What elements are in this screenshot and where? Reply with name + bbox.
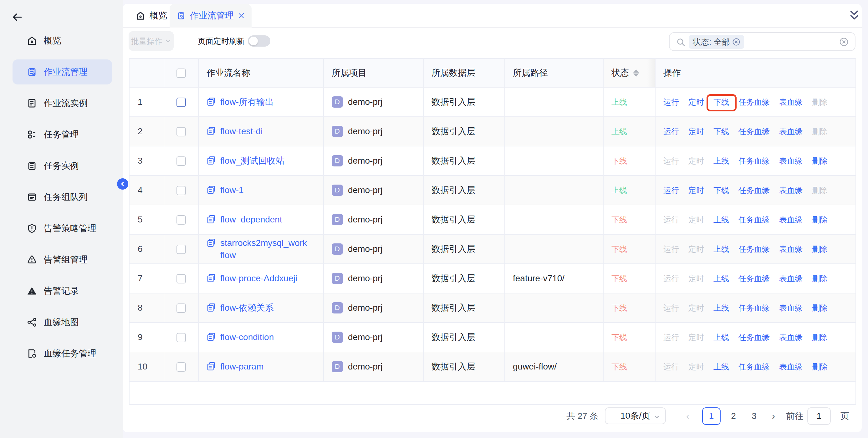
row-checkbox[interactable] bbox=[177, 362, 186, 372]
op-5[interactable]: 表血缘 bbox=[779, 97, 803, 107]
op-3[interactable]: 上线 bbox=[713, 303, 729, 313]
op-4[interactable]: 任务血缘 bbox=[739, 185, 770, 195]
op-3[interactable]: 上线 bbox=[713, 156, 729, 166]
back-icon[interactable] bbox=[12, 12, 23, 23]
sort-asc-icon[interactable] bbox=[633, 69, 639, 72]
goto-page-input[interactable]: 1 bbox=[807, 407, 831, 425]
op-5[interactable]: 表血缘 bbox=[779, 362, 803, 372]
op-3[interactable]: 上线 bbox=[713, 274, 729, 284]
op-1[interactable]: 运行 bbox=[663, 185, 679, 195]
op-3[interactable]: 上线 bbox=[713, 244, 729, 254]
op-4[interactable]: 任务血缘 bbox=[739, 126, 770, 137]
op-1[interactable]: 运行 bbox=[663, 126, 679, 137]
sidebar-item-alert-policy[interactable]: 告警策略管理 bbox=[12, 216, 112, 241]
row-checkbox[interactable] bbox=[177, 186, 186, 195]
tab-close-icon[interactable] bbox=[238, 12, 244, 19]
header-status[interactable]: 状态 bbox=[603, 59, 655, 87]
status-filter-tag[interactable]: 状态: 全部 bbox=[689, 35, 744, 49]
op-4[interactable]: 任务血缘 bbox=[739, 274, 770, 284]
op-5[interactable]: 表血缘 bbox=[779, 274, 803, 284]
sidebar-item-task-manage[interactable]: 任务管理 bbox=[12, 122, 112, 147]
workflow-name-link[interactable]: flow-condition bbox=[220, 331, 274, 343]
next-page-button[interactable]: › bbox=[769, 407, 778, 425]
sidebar-collapse-button[interactable] bbox=[117, 178, 128, 190]
op-4[interactable]: 任务血缘 bbox=[739, 156, 770, 166]
op-2[interactable]: 定时 bbox=[688, 97, 704, 107]
op-4[interactable]: 任务血缘 bbox=[739, 97, 770, 107]
sidebar-item-lineage-task[interactable]: 血缘任务管理 bbox=[12, 341, 112, 366]
page-size-select[interactable]: 10条/页 bbox=[605, 407, 666, 424]
op-4[interactable]: 任务血缘 bbox=[739, 332, 770, 343]
sidebar-item-overview[interactable]: 概览 bbox=[12, 28, 112, 53]
row-checkbox[interactable] bbox=[177, 274, 186, 283]
workflow-name-link[interactable]: flow_测试回收站 bbox=[220, 155, 284, 167]
op-5[interactable]: 表血缘 bbox=[779, 303, 803, 313]
op-2: 定时 bbox=[688, 156, 704, 166]
tag-remove-icon[interactable] bbox=[732, 38, 740, 46]
sidebar-item-task-queue[interactable]: 任务组队列 bbox=[12, 185, 112, 210]
batch-actions-button[interactable]: 批量操作 bbox=[129, 31, 174, 51]
op-2[interactable]: 定时 bbox=[688, 126, 704, 137]
op-6[interactable]: 删除 bbox=[812, 156, 828, 166]
workflow-name-link[interactable]: flow-依赖关系 bbox=[220, 302, 274, 314]
workflow-name-link[interactable]: flow-proce-Addxueji bbox=[220, 272, 297, 284]
op-3[interactable]: 下线 bbox=[713, 97, 729, 107]
op-6[interactable]: 删除 bbox=[812, 274, 828, 284]
op-5[interactable]: 表血缘 bbox=[779, 215, 803, 225]
prev-page-button[interactable]: ‹ bbox=[683, 407, 693, 425]
row-checkbox[interactable] bbox=[177, 127, 186, 136]
op-3[interactable]: 上线 bbox=[713, 362, 729, 372]
op-4[interactable]: 任务血缘 bbox=[739, 303, 770, 313]
op-6[interactable]: 删除 bbox=[812, 303, 828, 313]
workflow-name-link[interactable]: flow-param bbox=[220, 361, 264, 373]
tab-overview[interactable]: 概览 bbox=[136, 4, 167, 28]
row-checkbox[interactable] bbox=[177, 215, 186, 225]
sort-icons[interactable] bbox=[633, 69, 639, 77]
op-3[interactable]: 下线 bbox=[713, 185, 729, 195]
op-3[interactable]: 上线 bbox=[713, 332, 729, 343]
workflow-name-link[interactable]: flow-1 bbox=[220, 184, 244, 196]
sidebar-item-task-instance[interactable]: 任务实例 bbox=[12, 153, 112, 178]
op-5[interactable]: 表血缘 bbox=[779, 332, 803, 343]
page-button-3[interactable]: 3 bbox=[745, 407, 763, 425]
op-4[interactable]: 任务血缘 bbox=[739, 362, 770, 372]
row-checkbox[interactable] bbox=[177, 98, 186, 107]
sidebar-item-alert-record[interactable]: 告警记录 bbox=[12, 278, 112, 304]
workflow-name-link[interactable]: starrocks2mysql_workflow bbox=[220, 237, 308, 261]
op-6[interactable]: 删除 bbox=[812, 332, 828, 343]
workflow-name-link[interactable]: flow_dependent bbox=[220, 213, 282, 226]
op-6[interactable]: 删除 bbox=[812, 215, 828, 225]
row-checkbox[interactable] bbox=[177, 245, 186, 254]
sidebar-item-workflow-instance[interactable]: 作业流实例 bbox=[12, 91, 112, 116]
op-1[interactable]: 运行 bbox=[663, 97, 679, 107]
page-button-1[interactable]: 1 bbox=[702, 407, 721, 425]
sidebar-item-alert-group[interactable]: 告警组管理 bbox=[12, 247, 112, 272]
auto-refresh-toggle[interactable] bbox=[248, 35, 270, 46]
op-5[interactable]: 表血缘 bbox=[779, 185, 803, 195]
row-checkbox[interactable] bbox=[177, 156, 186, 166]
op-6[interactable]: 删除 bbox=[812, 362, 828, 372]
sort-desc-icon[interactable] bbox=[633, 73, 639, 77]
op-5[interactable]: 表血缘 bbox=[779, 244, 803, 254]
page-button-2[interactable]: 2 bbox=[725, 407, 742, 425]
op-2[interactable]: 定时 bbox=[688, 185, 704, 195]
workflow-name-link[interactable]: flow-所有输出 bbox=[220, 96, 274, 108]
op-3[interactable]: 下线 bbox=[713, 126, 729, 137]
sidebar-item-lineage-map[interactable]: 血缘地图 bbox=[12, 310, 112, 335]
workflow-name-link[interactable]: flow-test-di bbox=[220, 125, 262, 137]
select-all-checkbox[interactable] bbox=[177, 68, 186, 78]
row-checkbox[interactable] bbox=[177, 304, 186, 313]
op-4[interactable]: 任务血缘 bbox=[739, 215, 770, 225]
search-icon bbox=[677, 38, 685, 46]
collapse-all-tabs-button[interactable] bbox=[847, 4, 862, 27]
sidebar-item-workflow-manage[interactable]: 作业流管理 bbox=[12, 59, 112, 85]
search-box[interactable]: 状态: 全部 bbox=[669, 32, 856, 51]
op-5[interactable]: 表血缘 bbox=[779, 156, 803, 166]
op-4[interactable]: 任务血缘 bbox=[739, 244, 770, 254]
search-clear-icon[interactable] bbox=[839, 37, 848, 46]
op-3[interactable]: 上线 bbox=[713, 215, 729, 225]
op-5[interactable]: 表血缘 bbox=[779, 126, 803, 137]
row-checkbox[interactable] bbox=[177, 333, 186, 342]
tab-workflow-manage[interactable]: 作业流管理 bbox=[169, 4, 252, 28]
op-6[interactable]: 删除 bbox=[812, 244, 828, 254]
